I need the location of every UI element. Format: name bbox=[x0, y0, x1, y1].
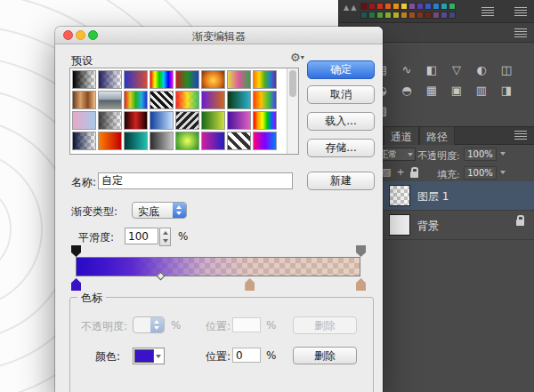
opacity-stop[interactable] bbox=[356, 245, 366, 257]
cancel-button[interactable]: 取消 bbox=[307, 85, 375, 104]
save-button[interactable]: 存储... bbox=[307, 139, 375, 157]
color-swatch-chip[interactable] bbox=[376, 12, 384, 19]
scrollbar-thumb[interactable] bbox=[289, 70, 296, 97]
opacity-stop[interactable] bbox=[71, 245, 81, 257]
preset-swatch[interactable] bbox=[175, 111, 199, 130]
load-button[interactable]: 载入... bbox=[307, 112, 375, 131]
tab-channels[interactable]: 通道 bbox=[384, 127, 419, 145]
stop-color-swatch[interactable] bbox=[133, 348, 165, 364]
fill-value[interactable]: 100% bbox=[464, 166, 497, 180]
color-swatch-chip[interactable] bbox=[417, 12, 424, 19]
lock-position-icon[interactable]: + bbox=[396, 166, 404, 178]
color-swatch-chip[interactable] bbox=[400, 12, 408, 19]
preset-swatch[interactable] bbox=[150, 91, 174, 109]
color-swatch-chip[interactable] bbox=[384, 12, 392, 19]
delete-color-stop-button[interactable]: 删除 bbox=[293, 347, 357, 364]
panel-menu-icon[interactable] bbox=[481, 7, 494, 16]
color-swatch-chip[interactable] bbox=[409, 12, 416, 19]
preset-swatch[interactable] bbox=[72, 91, 96, 109]
chevron-down-icon[interactable] bbox=[500, 152, 506, 156]
color-lookup-icon[interactable]: ▦ bbox=[419, 80, 444, 100]
gradient-type-dropdown[interactable]: 实底 bbox=[132, 202, 187, 219]
preset-swatch[interactable] bbox=[253, 70, 277, 89]
preset-swatch[interactable] bbox=[98, 132, 122, 150]
stop-color-location-input[interactable] bbox=[232, 348, 261, 363]
posterize-icon[interactable]: ▥ bbox=[469, 80, 494, 100]
preset-swatch[interactable] bbox=[227, 70, 251, 89]
chevron-down-icon[interactable] bbox=[500, 171, 506, 174]
lock-transparency-icon[interactable]: ▨ bbox=[382, 166, 391, 178]
preset-swatch[interactable] bbox=[150, 70, 174, 89]
color-swatch-chip[interactable] bbox=[449, 3, 456, 10]
new-button[interactable]: 新建 bbox=[307, 172, 375, 190]
threshold-icon[interactable]: ◨ bbox=[494, 80, 519, 100]
preset-swatch[interactable] bbox=[253, 111, 277, 130]
color-swatch-chip[interactable] bbox=[384, 3, 392, 10]
preset-swatch[interactable] bbox=[124, 111, 148, 130]
preset-swatch[interactable] bbox=[227, 132, 251, 150]
color-swatch-chip[interactable] bbox=[433, 12, 440, 19]
exposure-icon[interactable]: ◧ bbox=[419, 60, 444, 80]
collapse-panel-icon[interactable]: ▲▲ bbox=[344, 4, 358, 12]
gradient-name-input[interactable] bbox=[98, 172, 293, 189]
color-stop[interactable] bbox=[356, 278, 366, 291]
preset-swatch[interactable] bbox=[72, 70, 96, 89]
color-swatch-chip[interactable] bbox=[441, 3, 448, 10]
ok-button[interactable]: 确定 bbox=[307, 60, 375, 79]
preset-swatch[interactable] bbox=[175, 132, 199, 150]
preset-swatch[interactable] bbox=[201, 111, 225, 130]
color-swatch-chip[interactable] bbox=[425, 3, 432, 10]
color-stop[interactable] bbox=[245, 278, 255, 291]
color-balance-icon[interactable]: ◫ bbox=[494, 60, 519, 80]
hue-saturation-icon[interactable]: ◐ bbox=[469, 60, 494, 80]
channel-mixer-icon[interactable]: ◓ bbox=[394, 80, 419, 100]
dialog-titlebar[interactable]: 渐变编辑器 bbox=[55, 27, 383, 44]
color-swatch-chip[interactable] bbox=[360, 3, 368, 10]
color-swatch-chip[interactable] bbox=[360, 12, 368, 19]
vibrance-icon[interactable]: ▽ bbox=[444, 60, 469, 80]
smoothness-input[interactable] bbox=[125, 228, 158, 244]
color-swatch-chip[interactable] bbox=[433, 3, 440, 10]
preset-swatch[interactable] bbox=[98, 70, 122, 89]
preset-swatch[interactable] bbox=[124, 91, 148, 109]
color-swatch-chip[interactable] bbox=[441, 12, 448, 19]
color-swatch-chip[interactable] bbox=[368, 12, 376, 19]
curves-icon[interactable]: ∿ bbox=[394, 60, 419, 80]
layer-thumbnail[interactable] bbox=[389, 214, 410, 236]
preset-swatch[interactable] bbox=[98, 111, 122, 130]
preset-swatch[interactable] bbox=[150, 111, 174, 130]
preset-swatch[interactable] bbox=[98, 91, 122, 109]
color-swatch-chip[interactable] bbox=[392, 3, 400, 10]
invert-icon[interactable]: ▣ bbox=[444, 80, 469, 100]
preset-swatch[interactable] bbox=[253, 132, 277, 150]
panel-menu-icon[interactable] bbox=[514, 28, 527, 37]
panel-menu-icon[interactable] bbox=[514, 7, 527, 16]
preset-swatch[interactable] bbox=[124, 132, 148, 150]
color-swatch-chip[interactable] bbox=[409, 3, 416, 10]
preset-swatch[interactable] bbox=[175, 91, 199, 109]
preset-swatch[interactable] bbox=[201, 70, 225, 89]
color-swatch-chip[interactable] bbox=[376, 3, 384, 10]
smoothness-stepper[interactable] bbox=[159, 228, 171, 246]
color-swatch-chip[interactable] bbox=[425, 12, 432, 19]
panel-menu-icon[interactable] bbox=[514, 131, 527, 140]
preset-swatch[interactable] bbox=[201, 132, 225, 150]
preset-swatch[interactable] bbox=[72, 132, 96, 150]
color-stop[interactable] bbox=[71, 278, 81, 291]
preset-swatch[interactable] bbox=[227, 91, 251, 109]
preset-swatch[interactable] bbox=[72, 111, 96, 130]
preset-swatch[interactable] bbox=[124, 70, 148, 89]
layer-thumbnail[interactable] bbox=[389, 185, 410, 206]
preset-swatch[interactable] bbox=[253, 91, 277, 109]
gear-icon[interactable]: ⚙▾ bbox=[290, 51, 304, 64]
color-swatch-chip[interactable] bbox=[368, 3, 376, 10]
color-swatch-chip[interactable] bbox=[417, 3, 424, 10]
preset-swatch[interactable] bbox=[150, 132, 174, 150]
tab-paths[interactable]: 路径 bbox=[419, 127, 455, 145]
color-swatch-chip[interactable] bbox=[400, 3, 408, 10]
preset-swatch[interactable] bbox=[227, 111, 251, 130]
preset-swatch[interactable] bbox=[175, 70, 199, 89]
preset-scrollbar[interactable] bbox=[287, 68, 298, 154]
preset-swatch[interactable] bbox=[201, 91, 225, 109]
color-swatch-chip[interactable] bbox=[392, 12, 400, 19]
